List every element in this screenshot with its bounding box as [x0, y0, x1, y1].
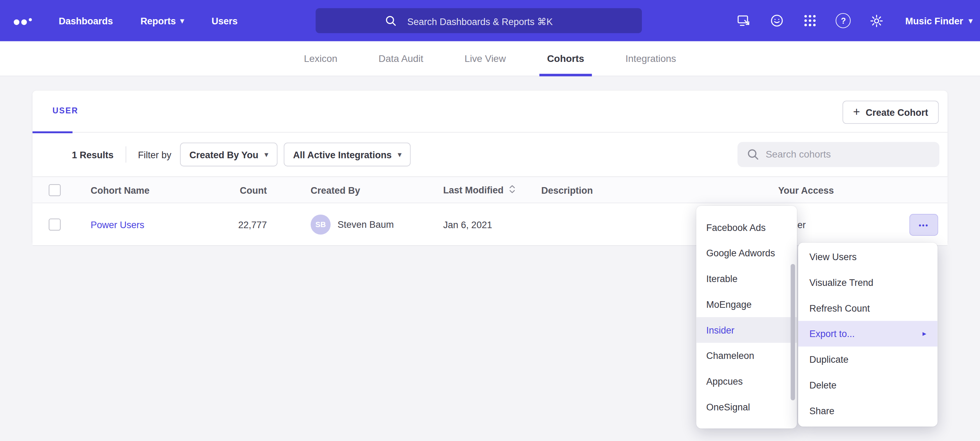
filter-by-label: Filter by: [138, 149, 171, 160]
chevron-down-icon: ▾: [969, 16, 973, 25]
cohort-search-input[interactable]: [737, 142, 939, 167]
feedback-smiley-icon[interactable]: [770, 13, 785, 28]
workspace-name: Music Finder: [905, 15, 963, 26]
menu-item-delete[interactable]: Delete: [798, 372, 938, 398]
created-by-name: Steven Baum: [337, 219, 394, 230]
tab-label: Live View: [465, 53, 506, 64]
sort-icon[interactable]: [508, 184, 515, 195]
col-header-last-modified[interactable]: Last Modified: [443, 184, 515, 195]
menu-item-onesignal[interactable]: OneSignal: [697, 394, 797, 420]
menu-item-facebook-ads[interactable]: Facebook Ads: [697, 214, 797, 240]
nav-item-label: Dashboards: [59, 15, 113, 26]
menu-item-moengage[interactable]: MoEngage: [697, 291, 797, 317]
tab-lexicon[interactable]: Lexicon: [296, 42, 345, 76]
menu-item-insider[interactable]: Insider: [697, 317, 797, 343]
menu-item-share[interactable]: Share: [798, 398, 938, 423]
global-search-input[interactable]: [315, 8, 644, 34]
results-count: 1 Results: [72, 149, 114, 160]
table-header-row: Cohort Name Count Created By Last Modifi…: [33, 176, 948, 203]
primary-nav-links: Dashboards Reports ▾ Users: [59, 15, 238, 26]
nav-item-label: Users: [212, 15, 238, 26]
nav-item-reports[interactable]: Reports ▾: [140, 15, 184, 26]
col-header-description: Description: [541, 185, 593, 195]
checkbox[interactable]: [49, 219, 60, 230]
col-header-created-by: Created By: [311, 185, 360, 195]
tab-label: USER: [52, 106, 78, 115]
app-window: Dashboards Reports ▾ Users: [0, 0, 980, 441]
menu-item-export-to[interactable]: Export to... ▸: [798, 321, 938, 347]
chevron-down-icon: ▾: [180, 16, 184, 25]
menu-item-chameleon[interactable]: Chameleon: [697, 343, 797, 369]
tab-label: Integrations: [625, 53, 676, 64]
menu-item-braze[interactable]: Braze: [697, 206, 797, 214]
cohort-search: [737, 142, 939, 167]
tab-live-view[interactable]: Live View: [457, 42, 513, 76]
dropdown-value: All Active Integrations: [293, 149, 391, 160]
export-destinations-list: Braze Facebook Ads Google Adwords Iterab…: [697, 206, 797, 420]
menu-item-visualize-trend[interactable]: Visualize Trend: [798, 270, 938, 295]
filter-toolbar: 1 Results Filter by Created By You ▾ All…: [33, 133, 948, 176]
tab-label: Data Audit: [379, 53, 423, 64]
plus-icon: +: [853, 106, 860, 118]
last-modified-cell: Jan 6, 2021: [443, 219, 492, 230]
chevron-down-icon: ▾: [398, 150, 401, 158]
top-nav: Dashboards Reports ▾ Users: [0, 0, 980, 42]
create-cohort-label: Create Cohort: [865, 107, 928, 118]
select-all-checkbox[interactable]: [49, 184, 60, 196]
col-header-label: Last Modified: [443, 185, 504, 195]
report-share-icon[interactable]: [737, 13, 751, 28]
cohorts-card: USER + Create Cohort 1 Results Filter by…: [33, 91, 948, 244]
submenu-scrollbar-thumb[interactable]: [791, 264, 795, 400]
active-tab-underline: [540, 74, 592, 76]
chevron-down-icon: ▾: [264, 150, 268, 158]
create-cohort-button[interactable]: + Create Cohort: [842, 101, 939, 124]
section-tabs: Lexicon Data Audit Live View Cohorts Int…: [0, 42, 980, 77]
menu-item-google-adwords[interactable]: Google Adwords: [697, 240, 797, 266]
tab-label: Cohorts: [547, 53, 584, 64]
more-dots-icon: •••: [919, 221, 929, 229]
export-destinations-submenu: Braze Facebook Ads Google Adwords Iterab…: [697, 206, 797, 428]
menu-item-iterable[interactable]: Iterable: [697, 266, 797, 291]
menu-item-appcues[interactable]: Appcues: [697, 368, 797, 394]
workspace-switcher[interactable]: Music Finder ▾: [905, 15, 972, 26]
col-header-your-access: Your Access: [778, 185, 834, 195]
tab-user-cohorts[interactable]: USER: [52, 106, 78, 115]
col-header-cohort-name: Cohort Name: [91, 185, 150, 195]
nav-item-dashboards[interactable]: Dashboards: [59, 15, 113, 26]
divider: [126, 146, 126, 163]
row-actions-menu: View Users Visualize Trend Refresh Count…: [798, 243, 938, 427]
col-header-count: Count: [192, 185, 267, 195]
created-by-cell: SB Steven Baum: [311, 214, 394, 235]
cohort-name-link[interactable]: Power Users: [91, 219, 144, 230]
logo-dot: [14, 19, 19, 25]
cohort-count: 22,777: [192, 219, 267, 230]
created-by-filter-dropdown[interactable]: Created By You ▾: [180, 142, 277, 166]
mixpanel-logo: [14, 16, 32, 25]
nav-item-users[interactable]: Users: [212, 15, 238, 26]
dropdown-value: Created By You: [189, 149, 258, 160]
row-checkbox[interactable]: [49, 219, 60, 230]
logo-dot: [21, 19, 27, 25]
tab-integrations[interactable]: Integrations: [618, 42, 684, 76]
nav-item-label: Reports: [140, 15, 176, 26]
menu-item-label: Export to...: [809, 321, 854, 347]
tab-data-audit[interactable]: Data Audit: [371, 42, 431, 76]
global-search: [315, 8, 642, 33]
table-row: Power Users 22,777 SB Steven Baum Jan 6,…: [33, 203, 948, 246]
menu-item-refresh-count[interactable]: Refresh Count: [798, 295, 938, 321]
cohort-type-tabs: USER + Create Cohort: [33, 91, 948, 133]
menu-item-view-users[interactable]: View Users: [798, 244, 938, 270]
menu-item-duplicate[interactable]: Duplicate: [798, 347, 938, 372]
question-mark-icon: ?: [836, 13, 851, 28]
tab-cohorts[interactable]: Cohorts: [540, 42, 592, 76]
integrations-filter-dropdown[interactable]: All Active Integrations ▾: [283, 142, 411, 166]
checkbox[interactable]: [49, 184, 60, 196]
avatar: SB: [311, 214, 331, 235]
row-more-actions-button[interactable]: •••: [910, 214, 938, 236]
tab-label: Lexicon: [304, 53, 337, 64]
settings-gear-icon[interactable]: [869, 13, 884, 28]
apps-grid-icon[interactable]: [803, 13, 818, 28]
help-icon[interactable]: ?: [836, 13, 851, 28]
chevron-right-icon: ▸: [923, 321, 926, 347]
nav-right-icons: ? Music Finder ▾: [737, 0, 972, 42]
